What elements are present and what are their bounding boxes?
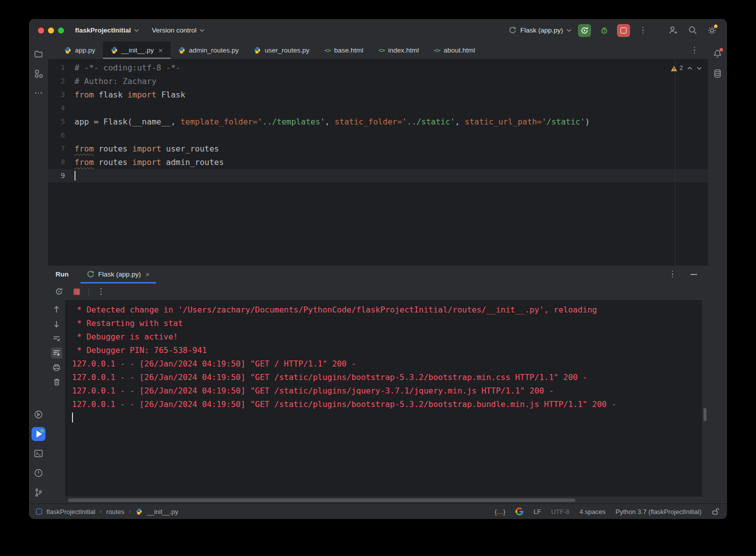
settings-button[interactable] — [706, 24, 718, 37]
status-bar: flaskProjectInitial › routes › __init__.… — [29, 504, 727, 519]
next-problem-icon[interactable] — [696, 66, 702, 70]
fullscreen-window-button[interactable] — [58, 28, 64, 34]
line-separator-widget[interactable]: LF — [534, 508, 541, 516]
down-stack-trace-button[interactable] — [51, 318, 62, 330]
run-panel-options-menu[interactable] — [666, 268, 679, 281]
rerun-icon — [580, 26, 588, 34]
code-text: # Author: Zachary — [65, 74, 156, 88]
console-line: 127.0.0.1 - - [26/Jan/2024 04:19:50] "GE… — [72, 384, 702, 398]
search-everywhere-button[interactable] — [686, 24, 699, 37]
console-options-menu[interactable] — [94, 285, 108, 298]
python-icon — [136, 508, 142, 515]
stop-icon — [620, 28, 626, 34]
editor-tab--init-py[interactable]: __init__.py× — [103, 42, 170, 59]
code-line: 4 — [48, 102, 708, 115]
line-number: 8 — [48, 156, 65, 169]
code-text: from flask import Flask — [65, 88, 186, 102]
console-line: * Detected change in '/Users/zachary/Doc… — [72, 303, 702, 316]
inspections-widget[interactable]: 2 — [670, 62, 702, 75]
code-with-me-button[interactable] — [666, 24, 680, 37]
scroll-to-end-button[interactable] — [51, 348, 62, 358]
services-icon — [34, 410, 44, 420]
project-tool-button[interactable] — [32, 47, 46, 61]
indent-widget[interactable]: 4 spaces — [580, 508, 606, 516]
notification-dot — [720, 48, 723, 52]
problems-tool-button[interactable] — [32, 466, 46, 480]
tab-options-menu[interactable] — [688, 44, 701, 57]
database-tool-button[interactable] — [710, 66, 724, 80]
editor-tab-app-py[interactable]: app.py — [56, 42, 103, 59]
print-button[interactable] — [51, 362, 62, 373]
window-controls — [38, 28, 64, 34]
arrow-down-icon — [53, 320, 60, 328]
console-caret-line — [72, 411, 702, 424]
rerun-button[interactable] — [578, 24, 591, 37]
ellipsis-icon — [35, 92, 42, 94]
breadcrumb: flaskProjectInitial › routes › __init__.… — [36, 508, 178, 516]
debug-button[interactable] — [598, 24, 610, 37]
structure-icon — [34, 69, 43, 78]
run-configuration-selector[interactable]: Flask (app.py) — [508, 26, 572, 34]
version-control-label: Version control — [152, 26, 196, 34]
notifications-button[interactable] — [710, 47, 724, 61]
interpreter-widget[interactable]: Python 3.7 (flaskProjectInitial) — [616, 508, 702, 516]
console-gutter — [48, 300, 65, 504]
horizontal-scrollbar[interactable] — [68, 498, 576, 502]
encoding-widget[interactable]: UTF-8 — [551, 508, 570, 516]
kebab-icon — [638, 27, 648, 34]
breadcrumb-project[interactable]: flaskProjectInitial — [46, 508, 96, 516]
breadcrumb-folder[interactable]: routes — [106, 508, 124, 516]
more-tool-windows-button[interactable] — [32, 86, 46, 100]
breadcrumb-separator: › — [100, 508, 102, 515]
editor-tab-user-routes-py[interactable]: user_routes.py — [246, 42, 316, 59]
git-tool-button[interactable] — [32, 486, 46, 500]
soft-wrap-icon — [52, 335, 60, 342]
stop-console-button[interactable] — [70, 285, 83, 298]
warning-icon — [670, 66, 678, 72]
database-icon — [712, 68, 722, 78]
close-window-button[interactable] — [38, 28, 44, 34]
problems-icon — [34, 468, 44, 478]
breadcrumb-separator: › — [129, 508, 131, 515]
project-file-icon — [36, 508, 42, 514]
text-caret — [74, 171, 76, 180]
editor-tab-base-html[interactable]: <>base.html — [317, 42, 371, 59]
structure-tool-button[interactable] — [32, 66, 46, 80]
tab-label: user_routes.py — [264, 46, 309, 54]
line-number: 2 — [48, 74, 65, 88]
readonly-toggle[interactable] — [712, 508, 719, 516]
google-g-icon — [516, 508, 524, 516]
vertical-scrollbar[interactable] — [704, 408, 706, 421]
clear-console-button[interactable] — [51, 376, 62, 388]
rerun-icon — [55, 288, 63, 296]
chevron-down-icon — [200, 29, 204, 32]
run-tool-window-button[interactable] — [32, 427, 46, 441]
console-output[interactable]: * Detected change in '/Users/zachary/Doc… — [65, 300, 702, 497]
tab-close-icon[interactable]: × — [146, 270, 150, 278]
editor-tab-about-html[interactable]: <>about.html — [426, 42, 483, 59]
bug-icon — [600, 26, 609, 35]
console-line: * Debugger is active! — [72, 330, 702, 344]
more-actions-menu[interactable] — [636, 24, 650, 37]
terminal-tool-button[interactable] — [32, 446, 46, 460]
code-editor[interactable]: 1# -*- coding:utf-8 -*-2# Author: Zachar… — [48, 59, 708, 265]
run-console-tab[interactable]: Flask (app.py) × — [80, 266, 156, 284]
code-style-widget[interactable]: {…} — [494, 508, 506, 516]
line-number: 5 — [48, 115, 65, 128]
previous-problem-icon[interactable] — [687, 66, 692, 70]
breadcrumb-file[interactable]: __init__.py — [147, 508, 178, 516]
project-selector[interactable]: flaskProjectInitial — [75, 26, 139, 34]
rerun-console-button[interactable] — [52, 285, 66, 298]
editor-tab-index-html[interactable]: <>index.html — [371, 42, 426, 59]
version-control-menu[interactable]: Version control — [152, 26, 204, 34]
hide-panel-button[interactable] — [687, 268, 700, 281]
services-tool-button[interactable] — [32, 408, 46, 422]
line-number: 7 — [48, 142, 65, 156]
soft-wrap-button[interactable] — [51, 333, 62, 344]
minimize-window-button[interactable] — [48, 28, 54, 34]
up-stack-trace-button[interactable] — [51, 304, 62, 315]
tab-close-icon[interactable]: × — [158, 46, 163, 54]
stop-button[interactable] — [617, 24, 630, 37]
editor-tab-admin-routes-py[interactable]: admin_routes.py — [170, 42, 246, 59]
translate-plugin-button[interactable] — [516, 508, 524, 516]
